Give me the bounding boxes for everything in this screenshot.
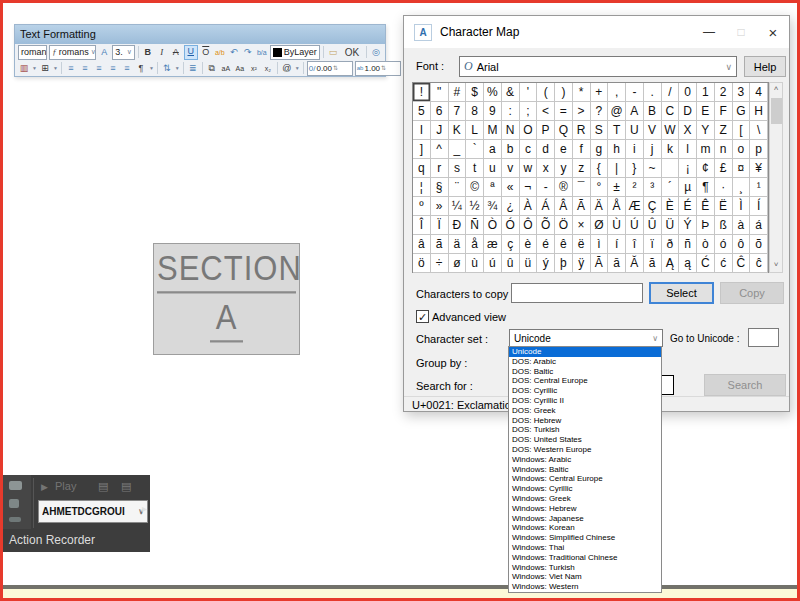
char-cell[interactable]: i [626,140,644,159]
char-cell[interactable]: × [573,216,591,235]
char-cell[interactable]: g [591,140,609,159]
char-cell[interactable]: Ò [484,216,502,235]
charset-option[interactable]: Unicode [509,347,661,357]
char-cell[interactable]: - [626,83,644,102]
char-cell[interactable]: ì [591,235,609,254]
align-right-icon[interactable]: ≡ [93,62,105,75]
charset-option[interactable]: Windows: Traditional Chinese [509,553,661,563]
characters-to-copy-input[interactable] [511,283,643,303]
char-cell[interactable]: § [431,178,449,197]
char-cell[interactable]: v [502,159,520,178]
mtext-inplace-editor[interactable]: SECTION A [153,243,300,355]
char-cell[interactable]: ÿ [573,254,591,273]
spinner-arrows-icon[interactable]: ⇅ [333,65,338,71]
char-cell[interactable]: ¡ [679,159,697,178]
char-cell[interactable]: ¬ [520,178,538,197]
char-cell[interactable]: À [520,197,538,216]
char-cell[interactable]: Ã [573,197,591,216]
char-cell[interactable]: ^ [431,140,449,159]
char-cell[interactable]: T [608,121,626,140]
char-cell[interactable]: e [555,140,573,159]
char-cell[interactable]: ¨ [449,178,467,197]
char-cell[interactable]: ] [413,140,431,159]
strikethrough-button[interactable]: A [170,46,182,59]
char-cell[interactable]: Þ [697,216,715,235]
char-cell[interactable]: 1 [697,83,715,102]
char-cell[interactable]: ó [715,235,733,254]
char-cell[interactable]: w [520,159,538,178]
char-cell[interactable]: ĉ [750,254,768,273]
char-cell[interactable]: ¯ [573,178,591,197]
char-cell[interactable]: ³ [644,178,662,197]
paragraph-icon[interactable]: ¶ [135,62,147,75]
char-cell[interactable]: C [662,102,680,121]
scroll-up-icon[interactable]: ˄ [770,83,782,96]
arrow-down-icon[interactable]: ▼ [53,65,58,71]
record-icon[interactable] [9,499,19,508]
char-cell[interactable]: Á [537,197,555,216]
subscript-icon[interactable]: x₂ [262,62,274,75]
align-justify-icon[interactable]: ≡ [107,62,119,75]
char-cell[interactable]: ò [697,235,715,254]
char-cell[interactable]: £ [715,159,733,178]
char-cell[interactable]: ² [626,178,644,197]
char-cell[interactable]: Ó [502,216,520,235]
charset-option[interactable]: DOS: Cyrillic [509,386,661,396]
char-cell[interactable]: 6 [431,102,449,121]
char-cell[interactable]: ą [679,254,697,273]
char-cell[interactable]: 3 [733,83,751,102]
char-cell[interactable]: â [413,235,431,254]
char-cell[interactable]: Ë [715,197,733,216]
char-cell[interactable]: I [413,121,431,140]
char-cell[interactable]: * [573,83,591,102]
char-cell[interactable]: & [502,83,520,102]
char-cell[interactable]: P [537,121,555,140]
char-cell[interactable]: / [662,83,680,102]
char-cell[interactable]: h [608,140,626,159]
char-cell[interactable]: H [750,102,768,121]
charset-option[interactable]: Windows: Arabic [509,455,661,465]
char-cell[interactable]: º [413,197,431,216]
char-cell[interactable]: [ [733,121,751,140]
charset-option[interactable]: Windows: Korean [509,523,661,533]
char-cell[interactable]: Ï [431,216,449,235]
char-cell[interactable]: Y [697,121,715,140]
char-cell[interactable]: } [626,159,644,178]
char-cell[interactable]: Ñ [466,216,484,235]
char-cell[interactable]: ¾ [484,197,502,216]
char-cell[interactable]: ' [520,83,538,102]
char-cell[interactable]: õ [750,235,768,254]
char-cell[interactable]: ð [662,235,680,254]
char-cell[interactable]: L [466,121,484,140]
char-cell[interactable]: U [626,121,644,140]
align-center-icon[interactable]: ≡ [79,62,91,75]
char-cell[interactable]: F [715,102,733,121]
char-cell[interactable]: Ö [555,216,573,235]
panel-expand-icon[interactable]: ▸ [142,503,147,514]
char-cell[interactable]: s [449,159,467,178]
char-cell[interactable]: ª [484,178,502,197]
char-cell[interactable]: Â [555,197,573,216]
char-cell[interactable]: S [591,121,609,140]
char-cell[interactable]: z [573,159,591,178]
char-cell[interactable]: ÷ [431,254,449,273]
char-cell[interactable]: 9 [484,102,502,121]
char-cell[interactable]: ! [413,83,431,102]
char-cell[interactable]: ā [608,254,626,273]
charset-option[interactable]: DOS: Cyrillic II [509,396,661,406]
char-cell[interactable]: Ê [697,197,715,216]
char-cell[interactable]: | [608,159,626,178]
oblique-angle-spinner[interactable]: 0/ 0.00 ⇅ [307,61,353,76]
chevron-down-icon[interactable]: ∨ [91,48,96,56]
char-cell[interactable]: ¸ [733,178,751,197]
char-cell[interactable]: ă [644,254,662,273]
symbol-icon[interactable]: @ [281,62,293,75]
uppercase-icon[interactable]: aA [220,62,232,75]
char-cell[interactable]: « [502,178,520,197]
char-cell[interactable]: = [555,102,573,121]
char-cell[interactable]: å [466,235,484,254]
char-cell[interactable]: ? [591,102,609,121]
charset-option[interactable]: Windows: Japanese [509,514,661,524]
char-cell[interactable]: ¥ [750,159,768,178]
text-height-combo[interactable]: 3. ∨ [112,45,135,60]
